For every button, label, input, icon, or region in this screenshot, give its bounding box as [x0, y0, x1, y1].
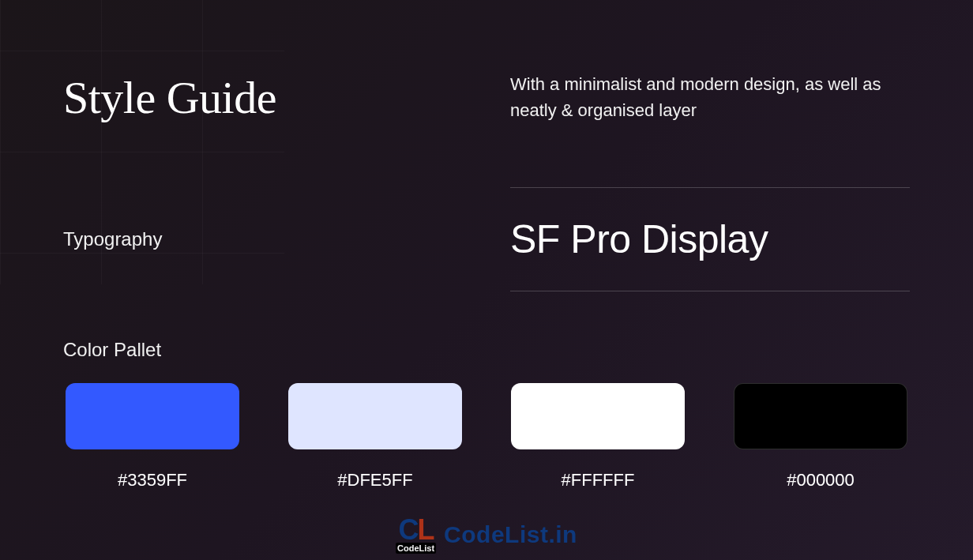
style-guide-panel: Style Guide With a minimalist and modern…	[0, 0, 973, 490]
color-swatch	[288, 383, 462, 449]
color-swatch	[66, 383, 239, 449]
swatch-hex: #FFFFFF	[562, 470, 635, 490]
watermark: CL CodeList CodeList.in	[396, 516, 577, 554]
palette-label: Color Pallet	[63, 339, 910, 361]
watermark-text: CodeList.in	[444, 521, 577, 548]
watermark-logo-icon: CL CodeList	[396, 516, 436, 554]
color-swatch	[734, 383, 907, 449]
palette-swatches: #3359FF #DFE5FF #FFFFFF #000000	[63, 383, 910, 490]
typography-label: Typography	[63, 228, 463, 250]
swatch-hex: #3359FF	[118, 470, 187, 490]
swatch-item: #000000	[731, 383, 910, 490]
font-name: SF Pro Display	[510, 216, 910, 262]
swatch-hex: #DFE5FF	[337, 470, 412, 490]
page-description: With a minimalist and modern design, as …	[510, 71, 910, 123]
swatch-item: #FFFFFF	[509, 383, 687, 490]
swatch-hex: #000000	[787, 470, 855, 490]
page-title: Style Guide	[63, 71, 463, 124]
swatch-item: #DFE5FF	[286, 383, 464, 490]
typography-block: SF Pro Display	[510, 187, 910, 291]
color-swatch	[511, 383, 685, 449]
swatch-item: #3359FF	[63, 383, 242, 490]
